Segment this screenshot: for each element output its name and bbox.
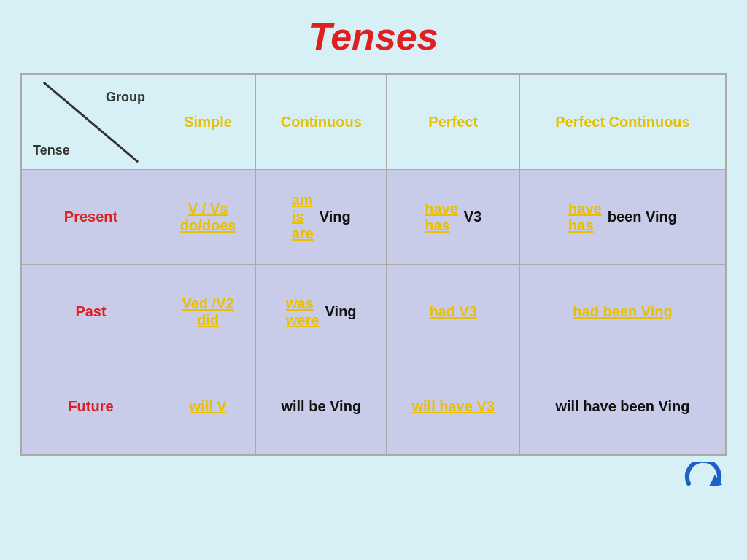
- past-simple-text: Ved /V2 did: [182, 295, 233, 328]
- present-cont-ving: Ving: [320, 209, 351, 225]
- col-header-continuous: Continuous: [256, 75, 387, 170]
- cell-present-continuous: am is are Ving: [256, 170, 387, 265]
- col-header-perfect-continuous: Perfect Continuous: [519, 75, 725, 170]
- corner-cell: Group Tense: [22, 75, 160, 170]
- cell-past-perfect-continuous: had been Ving: [519, 265, 725, 359]
- present-simple-text: V / Vs do/does: [180, 201, 236, 233]
- cell-future-simple: will V: [160, 359, 256, 454]
- cell-present-simple: V / Vs do/does: [160, 170, 256, 265]
- table-row-past: Past Ved /V2 did was were Ving had V3 ha…: [22, 265, 726, 359]
- page-title: Tenses: [309, 15, 438, 58]
- cell-present-perfect-continuous: have has been Ving: [519, 170, 725, 265]
- corner-group-label: Group: [106, 90, 145, 105]
- cell-past-continuous: was were Ving: [256, 265, 387, 359]
- cell-present-perfect: have has V3: [387, 170, 520, 265]
- cell-future-continuous: will be Ving: [256, 359, 387, 454]
- corner-tense-label: Tense: [33, 143, 70, 158]
- past-cont-aux: was were: [286, 295, 320, 329]
- past-cont-ving: Ving: [325, 303, 357, 320]
- table-row-future: Future will V will be Ving will have V3 …: [22, 359, 726, 454]
- future-perf-text: will have V3: [412, 398, 495, 414]
- col-header-simple: Simple: [160, 75, 256, 170]
- future-simple-text: will V: [190, 398, 227, 414]
- present-cont-aux: am is are: [292, 192, 314, 242]
- present-perf-aux: have has: [425, 201, 458, 234]
- tenses-table: Group Tense Simple Continuous Perfect Pe…: [20, 73, 727, 456]
- header-row: Group Tense Simple Continuous Perfect Pe…: [22, 75, 726, 170]
- cell-past-simple: Ved /V2 did: [160, 265, 256, 359]
- cell-past-perfect: had V3: [387, 265, 520, 359]
- cell-future-perfect-continuous: will have been Ving: [519, 359, 725, 454]
- row-label-future: Future: [22, 359, 160, 454]
- cell-future-perfect: will have V3: [387, 359, 520, 454]
- past-pc-text: had been Ving: [573, 303, 672, 319]
- undo-arrow-icon[interactable]: [681, 462, 725, 494]
- present-pc-aux: have has: [568, 201, 602, 234]
- future-cont-text: will be Ving: [281, 398, 361, 414]
- row-label-present: Present: [22, 170, 160, 265]
- future-pc-text: will have been Ving: [555, 398, 689, 414]
- present-pc-rest: been Ving: [608, 209, 677, 225]
- past-perf-text: had V3: [429, 303, 477, 319]
- table-row-present: Present V / Vs do/does am is are Ving ha…: [22, 170, 726, 265]
- present-perf-v3: V3: [464, 209, 481, 225]
- col-header-perfect: Perfect: [387, 75, 520, 170]
- row-label-past: Past: [22, 265, 160, 359]
